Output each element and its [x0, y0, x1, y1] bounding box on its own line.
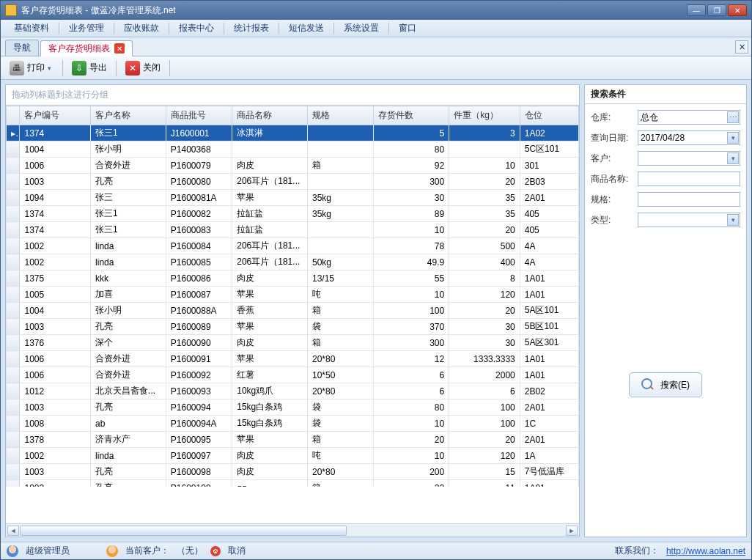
cell[interactable]: 合资外进 [91, 158, 166, 174]
cell[interactable]: P1600089 [166, 319, 232, 335]
cell[interactable]: P1600082 [166, 206, 232, 222]
cell[interactable]: 苹果 [232, 190, 308, 206]
cell[interactable]: 20 [449, 303, 520, 319]
cell[interactable]: 10 [374, 416, 449, 432]
group-by-area[interactable]: 拖动列标题到这进行分组 [6, 85, 579, 106]
cell[interactable]: 合资外进 [91, 367, 166, 383]
scroll-thumb[interactable] [20, 526, 347, 536]
cell[interactable]: 1A01 [520, 270, 578, 287]
cell[interactable]: P1600095 [166, 432, 232, 448]
cell[interactable]: 92 [374, 158, 449, 174]
cell[interactable]: 100 [374, 303, 449, 319]
cell[interactable]: 1003 [20, 319, 91, 335]
cell[interactable]: 1374 [20, 222, 91, 238]
cell[interactable] [308, 222, 374, 238]
cell[interactable]: 箱 [308, 158, 374, 174]
table-row[interactable]: ▸1374张三1J1600001冰淇淋531A02 [7, 125, 579, 141]
cell[interactable]: 1002 [20, 254, 91, 270]
cell[interactable]: 1003 [20, 464, 91, 480]
spec-input[interactable] [638, 192, 740, 207]
cell[interactable]: 香蕉 [232, 303, 308, 319]
cell[interactable]: 1004 [20, 141, 91, 158]
cell[interactable]: 1006 [20, 351, 91, 367]
cell[interactable]: 肉皮 [232, 464, 308, 480]
cell[interactable]: 8 [449, 270, 520, 287]
cell[interactable]: 肉皮 [232, 158, 308, 174]
cell[interactable]: 孔亮 [91, 480, 166, 487]
menu-短信发送[interactable]: 短信发送 [281, 20, 331, 37]
cell[interactable]: 1376 [20, 335, 91, 351]
customer-input[interactable]: ▾ [638, 151, 740, 166]
cell[interactable]: 1374 [20, 206, 91, 222]
cell[interactable]: 箱 [308, 432, 374, 448]
table-row[interactable]: 1006合资外进P1600079肉皮箱9210301 [7, 158, 579, 174]
minimize-button[interactable]: — [687, 4, 706, 16]
cell[interactable]: 1005 [20, 287, 91, 303]
cell[interactable]: 张三1 [91, 222, 166, 238]
cell[interactable]: P1600094A [166, 416, 232, 432]
contact-link[interactable]: http://www.aolan.net [666, 546, 745, 556]
table-row[interactable]: 1006合资外进P1600092红薯10*50620001A01 [7, 367, 579, 383]
cell[interactable]: 孔亮 [91, 464, 166, 480]
cell[interactable]: 1C [520, 416, 578, 432]
table-row[interactable]: 1004张小明P1400368805C区101 [7, 141, 579, 158]
cell[interactable]: 4A [520, 238, 578, 254]
cell[interactable]: 400 [449, 254, 520, 270]
cell[interactable]: 55 [374, 270, 449, 287]
table-row[interactable]: 1094张三P1600081A苹果35kg30352A01 [7, 190, 579, 206]
cell[interactable]: 孔亮 [91, 399, 166, 416]
close-view-button[interactable]: ✕ 关闭 [121, 59, 165, 78]
table-row[interactable]: 1008abP1600094A15kg白条鸡袋101001C [7, 416, 579, 432]
cell[interactable]: 206耳片（181... [232, 254, 308, 270]
cell[interactable] [308, 125, 374, 141]
cell[interactable]: P1600086 [166, 270, 232, 287]
column-header[interactable]: 规格 [308, 106, 374, 125]
cell[interactable]: 370 [374, 319, 449, 335]
cell[interactable]: 1003 [20, 480, 91, 487]
cell[interactable]: 35kg [308, 190, 374, 206]
cell[interactable]: 20*80 [308, 383, 374, 399]
cell[interactable]: 50kg [308, 254, 374, 270]
cell[interactable]: P1600090 [166, 335, 232, 351]
cell[interactable]: 张三 [91, 190, 166, 206]
cancel-icon[interactable]: ✕ [210, 546, 221, 556]
column-header[interactable]: 商品批号 [166, 106, 232, 125]
cell[interactable]: 20*80 [308, 464, 374, 480]
cell[interactable]: 1002 [20, 448, 91, 464]
cell[interactable]: 济青水产 [91, 432, 166, 448]
table-row[interactable]: 1003孔亮P1600080206耳片（181...300202B03 [7, 174, 579, 190]
maximize-button[interactable]: ❐ [707, 4, 726, 16]
cell[interactable]: 30 [449, 319, 520, 335]
cell[interactable]: 肉皮 [232, 270, 308, 287]
tabbar-close-all-icon[interactable]: ✕ [735, 40, 748, 54]
cell[interactable]: 北京天昌斋食... [91, 383, 166, 399]
menu-统计报表[interactable]: 统计报表 [226, 20, 276, 37]
cancel-label[interactable]: 取消 [228, 545, 246, 557]
cell[interactable]: 20 [449, 174, 520, 190]
close-tab-icon[interactable]: ✕ [114, 43, 125, 54]
cell[interactable]: P1600094 [166, 399, 232, 416]
cell[interactable]: 合资外进 [91, 351, 166, 367]
cell[interactable]: 6 [374, 367, 449, 383]
cell[interactable]: P1600081A [166, 190, 232, 206]
cell[interactable]: 张三1 [91, 125, 166, 141]
menu-报表中心[interactable]: 报表中心 [172, 20, 221, 37]
cell[interactable]: 22 [374, 480, 449, 487]
cell[interactable]: 10kg鸡爪 [232, 383, 308, 399]
cell[interactable] [232, 141, 308, 158]
cell[interactable]: 7号低温库 [520, 464, 578, 480]
cell[interactable]: ab [91, 416, 166, 432]
column-header[interactable]: 件重（kg） [449, 106, 520, 125]
table-row[interactable]: 1374张三1P1600083拉缸盐1020405 [7, 222, 579, 238]
cell[interactable]: P1600098 [166, 464, 232, 480]
cell[interactable]: 1A01 [520, 351, 578, 367]
cell[interactable]: linda [91, 254, 166, 270]
cell[interactable]: 100 [449, 416, 520, 432]
cell[interactable]: P1600079 [166, 158, 232, 174]
column-header[interactable]: 客户编号 [20, 106, 91, 125]
cell[interactable]: 89 [374, 206, 449, 222]
column-header[interactable]: 客户名称 [91, 106, 166, 125]
cell[interactable]: 5B区101 [520, 319, 578, 335]
cell[interactable]: 4A [520, 254, 578, 270]
cell[interactable]: 13/15 [308, 270, 374, 287]
